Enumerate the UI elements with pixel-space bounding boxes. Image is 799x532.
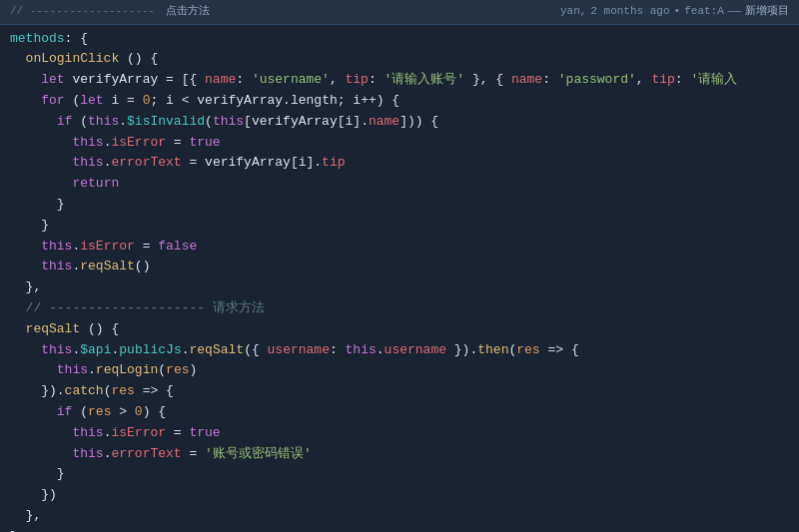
line-21: this.isError = true	[0, 423, 799, 444]
token: ,	[330, 70, 346, 91]
token: :	[675, 70, 691, 91]
line-26: },	[0, 527, 799, 532]
token: .	[377, 340, 385, 361]
token	[10, 402, 57, 423]
token: = verifyArray[i].	[182, 153, 322, 174]
token: (	[80, 402, 88, 423]
token: then	[477, 340, 508, 361]
line-10: }	[0, 195, 799, 216]
token: ()	[135, 257, 151, 277]
line-14: },	[0, 277, 799, 298]
token: // --------------------	[10, 298, 213, 319]
token: }	[10, 464, 65, 485]
git-bar: // ------------------- 点击方法 yan, 2 month…	[0, 0, 799, 25]
token: '请输入	[690, 70, 737, 91]
token: true	[189, 133, 220, 154]
line-18: this.reqLogin(res)	[0, 360, 799, 381]
token: this	[41, 237, 72, 258]
token: },	[10, 277, 41, 298]
token: (	[80, 112, 88, 133]
line-4: let verifyArray = [{ name: 'username', t…	[0, 70, 799, 91]
token: catch	[65, 381, 104, 402]
token	[10, 153, 72, 174]
token: [verifyArray[i].	[244, 112, 369, 133]
token: this	[72, 153, 103, 174]
token: errorText	[111, 444, 181, 465]
token: if	[57, 402, 80, 423]
token: .	[182, 340, 190, 361]
token: $api	[80, 340, 111, 361]
token: for	[41, 91, 72, 112]
token: (	[158, 360, 166, 381]
token: .	[104, 444, 112, 465]
token: =	[135, 237, 158, 258]
token: this	[213, 112, 244, 133]
token	[10, 91, 41, 112]
token: tip	[651, 70, 674, 91]
token: .	[72, 340, 80, 361]
token: if	[57, 112, 80, 133]
token: :	[236, 70, 252, 91]
token: false	[158, 237, 197, 258]
token: res	[516, 340, 539, 361]
token: .	[104, 423, 112, 444]
token: this	[72, 444, 103, 465]
token: isError	[80, 237, 135, 258]
token: =	[166, 133, 189, 154]
token: 0	[135, 402, 143, 423]
line-12: this.isError = false	[0, 237, 799, 258]
token	[10, 70, 41, 91]
git-dot: •	[674, 3, 681, 21]
token	[10, 340, 41, 361]
token: })	[10, 485, 57, 506]
token: (	[508, 340, 516, 361]
token: let	[41, 70, 72, 91]
code-area: methods: { onLoginClick () { let verifyA…	[0, 25, 799, 532]
line-9: return	[0, 174, 799, 195]
token: .	[72, 257, 80, 277]
token: username	[385, 340, 446, 361]
token	[10, 257, 41, 277]
token	[10, 237, 41, 258]
token: this	[72, 423, 103, 444]
token: ])) {	[400, 112, 438, 133]
token	[10, 133, 72, 154]
line-13: this.reqSalt()	[0, 257, 799, 277]
token: this	[88, 112, 119, 133]
token: }).	[10, 381, 65, 402]
token: ({	[244, 340, 267, 361]
token: .	[119, 112, 127, 133]
line-20: if (res > 0) {	[0, 402, 799, 423]
token: =	[166, 423, 189, 444]
token: onLoginClick	[26, 49, 120, 70]
token: true	[189, 423, 220, 444]
git-time: 2 months ago	[590, 3, 669, 21]
token: =	[182, 444, 205, 465]
token: ,	[636, 70, 652, 91]
token: reqLogin	[96, 360, 158, 381]
token: isError	[111, 133, 166, 154]
token: () {	[80, 319, 119, 340]
git-user: yan,	[560, 3, 586, 21]
token: name	[369, 112, 400, 133]
line-3: onLoginClick () {	[0, 49, 799, 70]
token: let	[80, 91, 111, 112]
token: => {	[135, 381, 174, 402]
token: reqSalt	[26, 319, 81, 340]
token: reqSalt	[80, 257, 135, 277]
token: '账号或密码错误'	[205, 444, 312, 465]
token: ) {	[143, 402, 166, 423]
token: : {	[65, 29, 88, 50]
token: verifyArray = [{	[72, 70, 205, 91]
token: res	[166, 360, 189, 381]
token: >	[111, 402, 134, 423]
token: .	[111, 340, 119, 361]
token	[10, 112, 57, 133]
token: this	[41, 257, 72, 277]
line-16: reqSalt () {	[0, 319, 799, 340]
git-commit: 新增项目	[745, 3, 789, 21]
token: (	[205, 112, 213, 133]
token: this	[41, 340, 72, 361]
token: name	[511, 70, 542, 91]
line-25: },	[0, 506, 799, 527]
